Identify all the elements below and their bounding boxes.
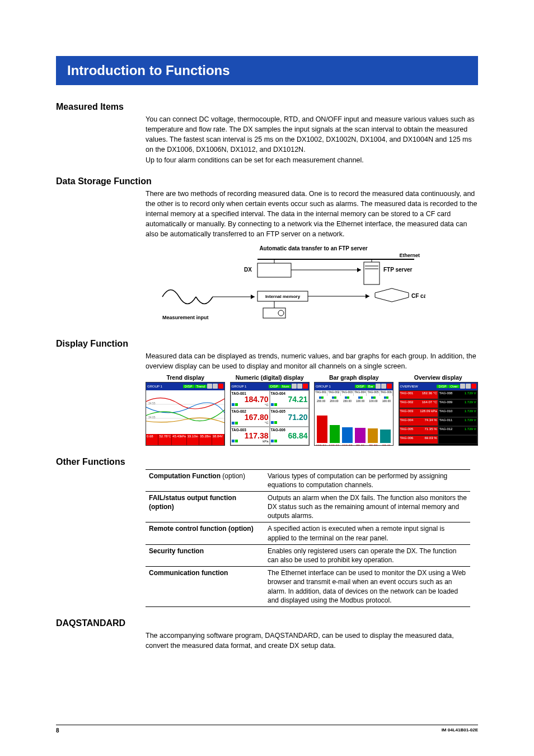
display-thumbnails-row: Trend display GROUP 1DISPTrend 34:55 34:… (146, 374, 478, 446)
svg-marker-8 (357, 268, 361, 272)
func-name: Communication function (146, 567, 264, 607)
svg-text:34:55: 34:55 (148, 402, 156, 405)
func-name: Security function (146, 544, 264, 566)
overview-title: Overview display (399, 374, 479, 381)
func-name: Remote control function (option) (146, 522, 264, 544)
ethernet-label: Ethernet (399, 253, 420, 258)
func-desc: The Ethernet interface can be used to mo… (264, 567, 470, 607)
svg-rect-12 (263, 308, 285, 318)
ftp-label: FTP server (383, 267, 413, 273)
doc-id: IM 04L41B01-02E (442, 727, 478, 734)
dx-label: DX (244, 267, 252, 273)
bar-title: Bar graph display (314, 374, 394, 381)
svg-text:34:05: 34:05 (148, 416, 156, 419)
svg-rect-3 (364, 262, 380, 284)
page: Introduction to Functions Measured Items… (0, 0, 534, 750)
svg-marker-16 (366, 294, 369, 298)
page-footer: 8 IM 04L41B01-02E (56, 725, 478, 734)
storage-diagram: Automatic data transfer to an FTP server… (146, 244, 478, 328)
measurement-label: Measurement input (162, 315, 209, 320)
page-number: 8 (56, 727, 59, 734)
measured-body: You can connect DC voltage, thermocouple… (146, 114, 478, 165)
section-heading-measured: Measured Items (56, 102, 478, 112)
section-heading-daq: DAQSTANDARD (56, 618, 478, 628)
func-desc: Various types of computation can be perf… (264, 469, 470, 491)
section-heading-display: Display Function (56, 339, 478, 349)
storage-body: There are two methods of recording measu… (146, 189, 478, 240)
diagram-title: Automatic data transfer to an FTP server (259, 245, 367, 251)
display-body: Measured data can be displayed as trends… (146, 351, 478, 371)
internal-label: Internal memory (265, 294, 301, 299)
func-desc: Outputs an alarm when the DX fails. The … (264, 491, 470, 522)
numeric-title: Numeric (digital) display (230, 374, 310, 381)
daq-body: The accompanying software program, DAQST… (146, 631, 478, 651)
bar-display: GROUP 1DISPBar TAG-001TAG-002TAG-003TAG-… (314, 382, 394, 446)
svg-rect-1 (257, 263, 291, 277)
func-desc: Enables only registered users can operat… (264, 544, 470, 566)
func-name: FAIL/status output function (option) (146, 491, 264, 522)
svg-marker-10 (251, 295, 255, 299)
func-desc: A specified action is executed when a re… (264, 522, 470, 544)
other-functions-table: Computation Function (option)Various typ… (146, 469, 470, 607)
trend-title: Trend display (146, 374, 226, 381)
cfcard-label: CF card (411, 293, 425, 299)
numeric-display: GROUP 1DISPNum TAG-001184.70°CTAG-00474.… (230, 382, 310, 446)
section-heading-other: Other Functions (56, 457, 478, 467)
page-title: Introduction to Functions (56, 56, 478, 85)
func-name: Computation Function (option) (146, 469, 264, 491)
section-heading-storage: Data Storage Function (56, 176, 478, 186)
overview-display: OVERVIEWDISPOver TAG-001182.36 °CTAG-008… (399, 382, 478, 446)
trend-display: GROUP 1DISPTrend 34:55 34:05 0.6852.78°C… (146, 382, 225, 446)
